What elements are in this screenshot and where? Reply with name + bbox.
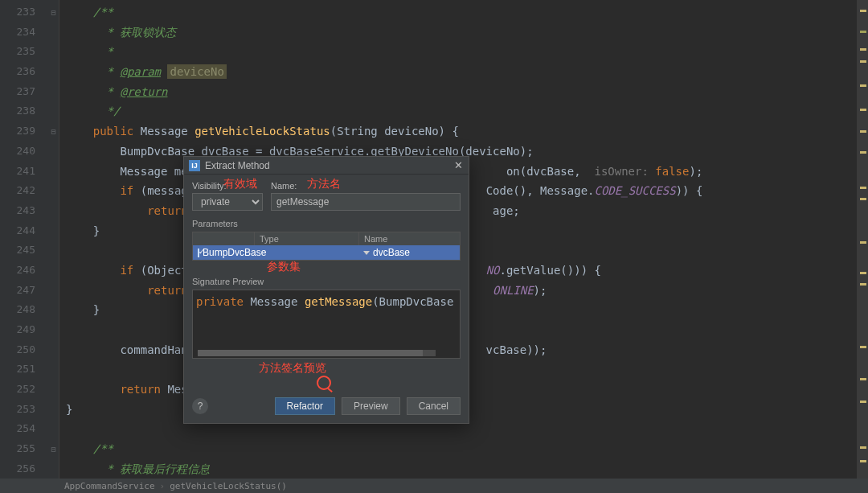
help-button[interactable]: ? xyxy=(192,398,208,414)
dialog-titlebar[interactable]: IJ Extract Method ✕ xyxy=(184,157,469,175)
param-row[interactable]: BumpDvcBase dvcBase xyxy=(193,245,460,260)
name-label: Name: xyxy=(271,181,461,191)
visibility-select[interactable]: private xyxy=(192,193,263,211)
parameters-label: Parameters xyxy=(192,219,461,228)
cancel-button[interactable]: Cancel xyxy=(407,397,461,415)
horizontal-scrollbar[interactable] xyxy=(198,350,436,356)
method-name-input[interactable] xyxy=(271,193,461,211)
ij-icon: IJ xyxy=(189,160,200,171)
fold-column: ⊟ ⊟ ⊟ xyxy=(48,0,59,479)
parameters-table[interactable]: Type Name BumpDvcBase dvcBase xyxy=(192,232,461,261)
dialog-title: Extract Method xyxy=(205,160,270,171)
param-header: Type Name xyxy=(193,232,460,245)
refactor-button[interactable]: Refactor xyxy=(275,397,335,415)
extract-method-dialog: IJ Extract Method ✕ Visibility: private … xyxy=(183,156,469,424)
checkbox-icon[interactable] xyxy=(198,249,199,257)
fold-minus-icon[interactable]: ⊟ xyxy=(48,121,59,142)
fold-minus-icon[interactable]: ⊟ xyxy=(48,2,59,23)
chevron-down-icon[interactable] xyxy=(363,251,370,255)
fold-minus-icon[interactable]: ⊟ xyxy=(48,439,59,459)
preview-button[interactable]: Preview xyxy=(342,397,400,415)
breadcrumb-class[interactable]: AppCommandService xyxy=(64,481,155,491)
line-number-gutter: 233234235 236237238 239240241 242243244 … xyxy=(0,0,48,479)
breadcrumb-method[interactable]: getVehicleLockStatus() xyxy=(170,481,287,491)
close-icon[interactable]: ✕ xyxy=(452,160,464,171)
signature-preview: private Message getMessage(BumpDvcBase d… xyxy=(192,290,461,359)
breadcrumb-bar: AppCommandService › getVehicleLockStatus… xyxy=(0,479,868,493)
marker-stripe[interactable] xyxy=(857,0,868,479)
signature-preview-label: Signature Preview xyxy=(192,277,461,286)
visibility-label: Visibility: xyxy=(192,181,263,191)
